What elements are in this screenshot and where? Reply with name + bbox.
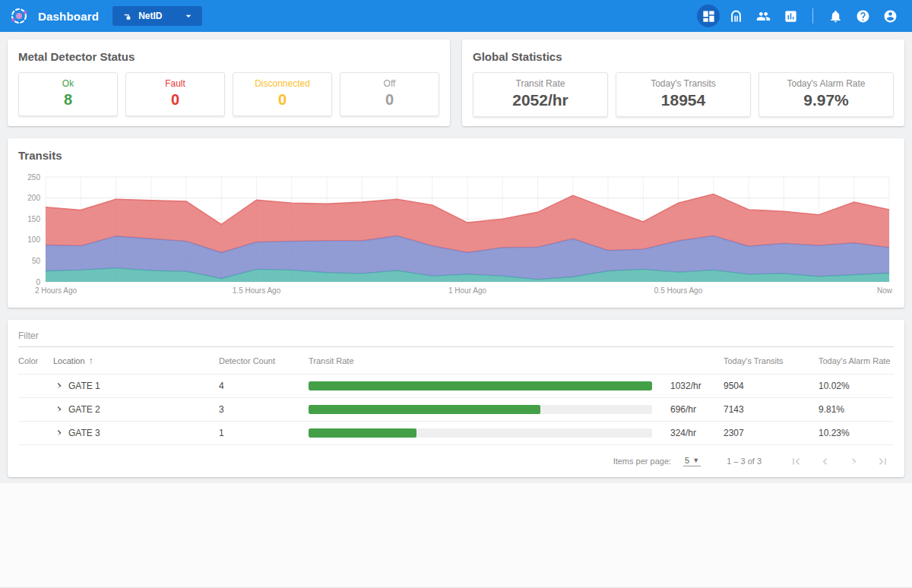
transit-rate-bar-track <box>309 405 652 414</box>
last-page-icon <box>876 455 889 468</box>
column-header-location[interactable]: Location ↑ <box>46 356 219 366</box>
cell-location: GATE 2 <box>46 403 219 416</box>
status-stat-ok: Ok 8 <box>18 72 118 116</box>
cell-todays-alarm-rate: 10.02% <box>819 381 894 391</box>
next-page-button[interactable] <box>842 450 865 473</box>
global-stat: Today's Alarm Rate 9.97% <box>758 72 894 117</box>
cell-transit-rate-bar <box>309 405 661 414</box>
stat-label: Fault <box>129 78 221 89</box>
global-statistics-card: Global Statistics Transit Rate 2052/hr T… <box>462 40 904 126</box>
chevron-right-icon <box>847 455 860 468</box>
expand-row-button[interactable] <box>53 403 65 416</box>
account-icon <box>883 9 898 24</box>
account-button[interactable] <box>879 5 901 27</box>
chevron-left-icon <box>819 455 831 468</box>
page-range-label: 1 – 3 of 3 <box>727 457 762 466</box>
status-card-title: Metal Detector Status <box>18 50 439 63</box>
status-stat-off: Off 0 <box>340 72 439 116</box>
top-icon-nav <box>697 5 901 27</box>
users-nav-button[interactable] <box>752 5 774 27</box>
column-header-todays-alarm-rate: Today's Alarm Rate <box>819 356 894 365</box>
column-header-color: Color <box>18 356 46 365</box>
cell-transit-rate-value: 696/hr <box>661 404 724 415</box>
notifications-button[interactable] <box>824 5 847 27</box>
report-chart-icon <box>784 9 798 24</box>
cell-location: GATE 3 <box>46 427 219 439</box>
transit-rate-bar-fill <box>309 381 652 390</box>
chart-title: Transits <box>18 149 894 162</box>
reports-nav-button[interactable] <box>779 5 802 27</box>
stat-label: Disconnected <box>236 78 328 89</box>
status-stat-fault: Fault 0 <box>125 72 225 116</box>
page-size-select[interactable]: 5 ▼ <box>683 456 701 466</box>
cell-todays-alarm-rate: 10.23% <box>819 428 894 438</box>
column-header-transit-rate: Transit Rate <box>309 356 661 365</box>
y-axis-tick-label: 50 <box>32 257 41 265</box>
cell-location: GATE 1 <box>46 380 219 392</box>
x-axis-tick-label: 0.5 Hours Ago <box>654 286 703 295</box>
status-stat-disconnected: Disconnected 0 <box>233 72 332 116</box>
gates-nav-button[interactable] <box>724 5 747 27</box>
stat-value: 9.97% <box>762 91 890 109</box>
metal-detector-status-card: Metal Detector Status Ok 8 Fault 0 Disco… <box>8 40 450 126</box>
previous-page-button[interactable] <box>813 450 836 473</box>
gates-table-card: Color Location ↑ Detector Count Transit … <box>8 320 904 477</box>
y-axis-tick-label: 100 <box>27 236 40 244</box>
chevron-right-icon <box>53 403 65 416</box>
global-card-title: Global Statistics <box>473 50 894 63</box>
cell-detector-count: 3 <box>219 404 309 415</box>
table-row[interactable]: GATE 2 3 696/hr 7143 9.81% <box>18 398 894 422</box>
dashboard-nav-button[interactable] <box>697 5 720 27</box>
expand-row-button[interactable] <box>53 427 65 439</box>
transits-chart: 0501001502002502 Hours Ago1.5 Hours Ago1… <box>18 171 894 302</box>
table-row[interactable]: GATE 1 4 1032/hr 9504 10.02% <box>18 375 894 398</box>
transit-rate-bar-track <box>309 381 652 390</box>
last-page-button[interactable] <box>871 450 894 473</box>
gate-icon <box>729 9 743 24</box>
location-label: GATE 1 <box>68 381 100 391</box>
select-caret-icon: ▼ <box>692 457 699 464</box>
sort-asc-icon: ↑ <box>89 356 93 366</box>
stat-label: Ok <box>22 78 114 89</box>
topbar-divider <box>812 8 813 24</box>
help-button[interactable] <box>851 5 874 27</box>
first-page-button[interactable] <box>784 450 807 473</box>
global-stat: Today's Transits 18954 <box>616 72 751 117</box>
location-label: GATE 3 <box>68 428 100 438</box>
transits-chart-svg: 0501001502002502 Hours Ago1.5 Hours Ago1… <box>18 171 894 302</box>
table-row[interactable]: GATE 3 1 324/hr 2307 10.23% <box>18 422 894 445</box>
y-axis-tick-label: 0 <box>36 278 40 286</box>
x-axis-tick-label: Now <box>877 286 893 295</box>
site-selector-value: NetID <box>138 11 176 21</box>
bell-icon <box>828 9 843 24</box>
first-page-icon <box>790 455 803 468</box>
site-selector-dropdown[interactable]: NetID <box>112 6 202 26</box>
x-axis-tick-label: 1 Hour Ago <box>448 286 486 295</box>
filter-input[interactable] <box>18 329 894 347</box>
global-stats: Transit Rate 2052/hr Today's Transits 18… <box>473 72 894 117</box>
transit-rate-bar-fill <box>309 405 540 414</box>
transits-chart-card: Transits 0501001502002502 Hours Ago1.5 H… <box>8 138 904 308</box>
app-logo-icon <box>9 6 29 26</box>
y-axis-tick-label: 250 <box>27 173 40 182</box>
column-header-todays-transits: Today's Transits <box>724 356 819 365</box>
expand-row-button[interactable] <box>53 380 65 392</box>
cell-detector-count: 4 <box>219 381 309 391</box>
network-icon <box>120 10 132 22</box>
stat-value: 8 <box>22 91 114 109</box>
content-area: Metal Detector Status Ok 8 Fault 0 Disco… <box>0 32 912 483</box>
stat-value: 0 <box>129 91 221 109</box>
x-axis-tick-label: 1.5 Hours Ago <box>233 286 281 295</box>
cell-transit-rate-value: 1032/hr <box>661 381 724 391</box>
chevron-down-icon <box>182 10 195 22</box>
dashboard-icon <box>701 9 716 24</box>
y-axis-tick-label: 150 <box>27 215 40 223</box>
stat-label: Today's Alarm Rate <box>762 78 890 89</box>
stat-label: Today's Transits <box>619 78 747 89</box>
x-axis-tick-label: 2 Hours Ago <box>35 286 77 295</box>
page-size-value: 5 <box>685 456 689 465</box>
transit-rate-bar-fill <box>309 428 416 438</box>
users-icon <box>756 9 771 24</box>
chevron-right-icon <box>53 427 65 439</box>
table-paginator: Items per page: 5 ▼ 1 – 3 of 3 <box>18 445 894 477</box>
